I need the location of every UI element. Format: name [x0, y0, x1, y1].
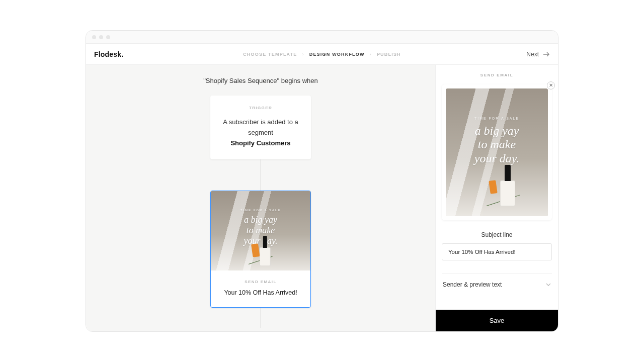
connector-line [261, 159, 261, 191]
step-publish[interactable]: Publish [377, 52, 401, 57]
product-bottle-icon [500, 165, 515, 206]
email-art-line: a big yay [446, 124, 548, 138]
email-preview-wrap[interactable]: ✕ Time for a sale a big yay to make your… [442, 84, 552, 220]
email-step-label: Send Email [217, 280, 304, 284]
trigger-label: Trigger [219, 106, 302, 110]
product-bottle-icon [260, 236, 271, 266]
connector-line [261, 308, 261, 328]
browser-window: Flodesk. Choose Template › Design Workfl… [86, 30, 558, 332]
subject-line-label: Subject line [442, 231, 552, 238]
panel-heading: Send Email [442, 73, 552, 77]
step-separator: › [370, 52, 372, 57]
step-separator: › [302, 52, 304, 57]
email-art-line: your day. [446, 152, 548, 166]
close-icon: ✕ [549, 83, 553, 88]
email-art-line: a big yay [211, 215, 310, 225]
save-button[interactable]: Save [436, 310, 558, 331]
next-button[interactable]: Next [526, 51, 550, 58]
window-dot [92, 35, 96, 39]
email-thumbnail: Time for a sale a big yay to make your d… [211, 191, 310, 270]
close-preview-button[interactable]: ✕ [547, 81, 555, 89]
progress-steps: Choose Template › Design Workflow › Publ… [243, 52, 401, 57]
email-art-line: to make [446, 138, 548, 152]
trigger-segment: Shopify Customers [219, 138, 302, 149]
trigger-description: A subscriber is added to a segment [223, 118, 298, 136]
email-art-line: to make [211, 225, 310, 236]
subject-line-input[interactable] [442, 243, 552, 260]
next-label: Next [526, 51, 539, 58]
email-settings-panel: Send Email ✕ Time for a sale a big yay [435, 65, 558, 331]
sender-preview-label: Sender & preview text [443, 281, 502, 288]
email-preview-large: Time for a sale a big yay to make your d… [446, 88, 548, 216]
brand-logo: Flodesk. [94, 50, 123, 58]
email-step-subject: Your 10% Off Has Arrived! [217, 289, 304, 296]
chevron-down-icon [546, 283, 551, 286]
email-art-kicker: Time for a sale [446, 117, 548, 120]
workflow-canvas[interactable]: "Shopify Sales Sequence" begins when Tri… [86, 65, 435, 331]
trigger-card[interactable]: Trigger A subscriber is added to a segme… [210, 96, 311, 159]
arrow-right-icon [543, 52, 550, 57]
save-label: Save [490, 317, 505, 324]
app-header: Flodesk. Choose Template › Design Workfl… [86, 44, 558, 65]
window-dot [106, 35, 110, 39]
step-choose-template[interactable]: Choose Template [243, 52, 297, 57]
window-chrome [86, 31, 558, 44]
email-art-kicker: Time for a sale [211, 209, 310, 212]
sender-preview-section[interactable]: Sender & preview text [442, 274, 552, 295]
email-step-card[interactable]: Time for a sale a big yay to make your d… [210, 191, 311, 308]
window-dot [99, 35, 103, 39]
workflow-title: "Shopify Sales Sequence" begins when [203, 77, 318, 84]
step-design-workflow[interactable]: Design Workflow [309, 52, 365, 57]
